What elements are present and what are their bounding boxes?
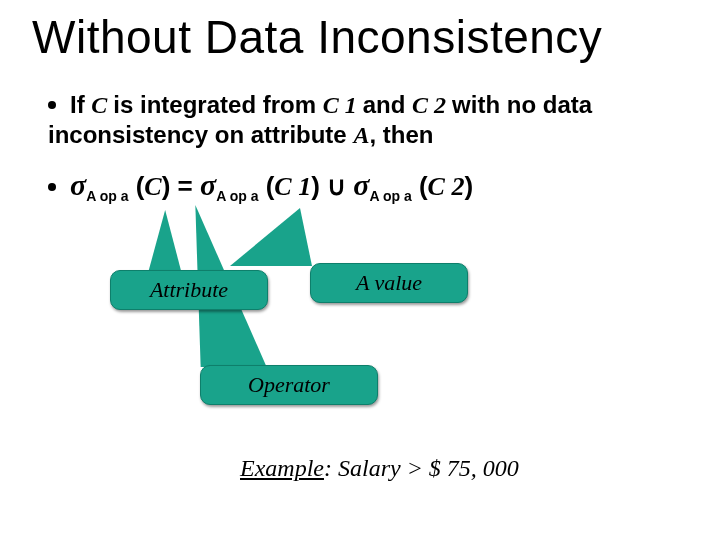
sigma-symbol: σ xyxy=(353,168,369,201)
example-sep: : xyxy=(324,455,338,481)
arg-c: C xyxy=(144,172,161,201)
lp: ( xyxy=(412,171,428,201)
sigma-sub-1: A op a xyxy=(86,188,128,204)
example-text: Salary > $ 75, 000 xyxy=(338,455,519,481)
var-c2: C 2 xyxy=(412,92,452,118)
rp: ) xyxy=(162,171,178,201)
txt: is integrated from xyxy=(113,91,322,118)
callout-pointer-icon xyxy=(230,208,312,266)
eq-sign: = xyxy=(178,171,200,201)
equation: σA op a (C) = σA op a (C 1) ∪ σA op a (C… xyxy=(48,168,688,202)
arg-c2: C 2 xyxy=(428,172,465,201)
var-a: A xyxy=(353,122,369,148)
union-symbol: ∪ xyxy=(327,171,353,201)
lp: ( xyxy=(128,171,144,201)
sigma-symbol: σ xyxy=(70,168,86,201)
sigma-sub-2: A op a xyxy=(216,188,258,204)
var-c1: C 1 xyxy=(323,92,363,118)
premise-bullet: If C is integrated from C 1 and C 2 with… xyxy=(48,90,668,150)
bullet-dot-icon xyxy=(48,183,56,191)
example-line: Example: Salary > $ 75, 000 xyxy=(240,455,519,482)
rp: ) xyxy=(311,171,327,201)
txt: , then xyxy=(369,121,433,148)
slide: Without Data Inconsistency If C is integ… xyxy=(0,0,720,540)
txt: If xyxy=(70,91,91,118)
callout-pointer-icon xyxy=(149,210,187,270)
bullet-dot-icon xyxy=(48,101,56,109)
var-c: C xyxy=(91,92,113,118)
rp: ) xyxy=(464,171,473,201)
callout-operator: Operator xyxy=(200,365,378,405)
lp: ( xyxy=(258,171,274,201)
arg-c1: C 1 xyxy=(274,172,311,201)
callout-attribute: Attribute xyxy=(110,270,268,310)
txt: and xyxy=(363,91,412,118)
slide-title: Without Data Inconsistency xyxy=(32,10,602,64)
sigma-sub-3: A op a xyxy=(369,188,411,204)
sigma-symbol: σ xyxy=(200,168,216,201)
callout-value: A value xyxy=(310,263,468,303)
example-label: Example xyxy=(240,455,324,481)
